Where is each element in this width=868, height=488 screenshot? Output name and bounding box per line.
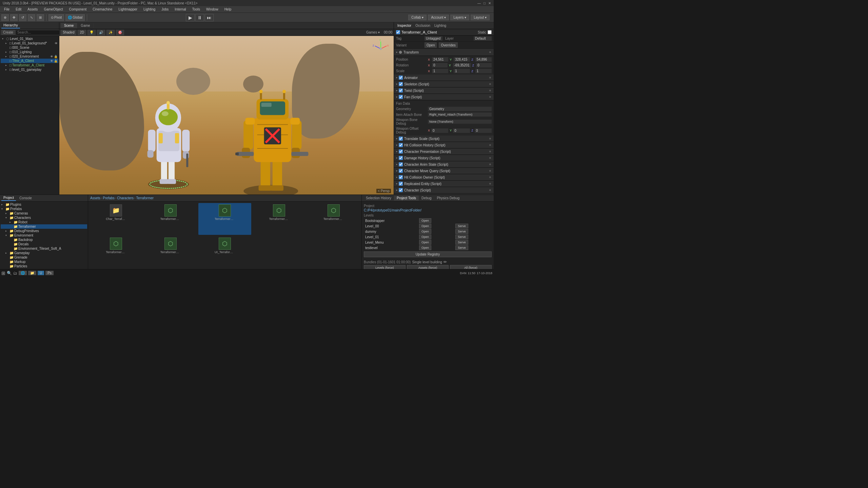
- proj-item-robot[interactable]: ▸ 📁 Robot: [1, 220, 87, 224]
- ragdoll-owner-header[interactable]: ▾ Ragdoll Owner (Script) ≡: [394, 194, 494, 195]
- hit-coll-owner-header[interactable]: ▾ Hit Collision Owner (Script) ≡: [394, 174, 494, 181]
- hierarchy-search[interactable]: [16, 30, 62, 35]
- menu-tools[interactable]: Tools: [190, 7, 203, 12]
- position-x[interactable]: 24,561: [432, 57, 448, 62]
- menu-internal[interactable]: Internal: [172, 7, 189, 12]
- edit-bundles-icon[interactable]: ✏: [443, 260, 447, 264]
- taskbar-chrome[interactable]: 🌐: [19, 271, 27, 275]
- transform-header[interactable]: ▾ ⊕ Transform ≡: [394, 49, 494, 56]
- testlevel-serve-btn[interactable]: Serve: [455, 245, 468, 250]
- menu-component[interactable]: Component: [66, 7, 90, 12]
- console-tab[interactable]: Console: [17, 196, 34, 201]
- hierarchy-create-btn[interactable]: Create: [1, 30, 15, 35]
- twist-header[interactable]: ▾ Twist (Script) ≡: [394, 87, 494, 94]
- eye-icon[interactable]: 👁: [50, 55, 53, 58]
- weapon-bone-val[interactable]: None (Transform): [428, 120, 492, 124]
- hierarchy-item-1[interactable]: ▸ □ Level_01_background* 👁: [1, 41, 58, 45]
- hierarchy-item-3[interactable]: ▸ □ 010_Lighting: [1, 50, 58, 54]
- scene-gizmos-btn[interactable]: 🎯: [116, 30, 124, 35]
- layout-button[interactable]: Layout ▾: [471, 15, 490, 20]
- damage-history-enabled[interactable]: [399, 156, 403, 160]
- char-presentation-header[interactable]: ▾ Character Presentation (Script) ≡: [394, 148, 494, 155]
- assets-force-btn[interactable]: Assets (force): [407, 265, 449, 269]
- toolbar-transform-e[interactable]: ↺: [19, 14, 26, 21]
- file-item-4[interactable]: ⬡ Terraformer_Ragdoll: [307, 203, 360, 235]
- file-item-5[interactable]: ⬡ Terraformer_Ragdoll: [90, 236, 142, 268]
- toolbar-transform-r[interactable]: ⤡: [28, 14, 35, 21]
- breadcrumb-characters[interactable]: Characters: [117, 196, 134, 200]
- twist-enabled[interactable]: [399, 88, 403, 93]
- hierarchy-item-4[interactable]: ▸ □ 020_Environment 👁 🔒: [1, 54, 58, 59]
- character-enabled[interactable]: [399, 188, 403, 192]
- levels-force-btn[interactable]: Levels (force): [364, 265, 406, 269]
- games-dropdown[interactable]: Games ▾: [366, 30, 380, 34]
- levelmenu-serve-btn[interactable]: Serve: [455, 240, 468, 245]
- toolbar-transform-t[interactable]: ⊞: [37, 14, 44, 21]
- open-btn[interactable]: Open: [425, 42, 437, 48]
- occlusion-tab[interactable]: Occlusion: [413, 23, 432, 28]
- rotation-y[interactable]: -69,35201: [453, 63, 471, 67]
- position-z[interactable]: 54,896: [475, 57, 492, 62]
- char-move-query-enabled[interactable]: [399, 169, 403, 173]
- proj-item-particles[interactable]: 📁 Particles: [1, 264, 87, 268]
- layer-value[interactable]: Default: [474, 36, 492, 41]
- close-btn[interactable]: ✕: [488, 1, 491, 5]
- hierarchy-item-0[interactable]: ▾ ⬡ Level_01_Main: [1, 37, 58, 41]
- play-button[interactable]: ▶: [186, 14, 195, 21]
- breadcrumb-prefabs[interactable]: Prefabs: [103, 196, 114, 200]
- 2d-toggle[interactable]: 2D: [78, 30, 86, 35]
- file-item-6[interactable]: ⬡ Terraformer_Server: [144, 236, 197, 268]
- scale-x[interactable]: 1: [432, 69, 448, 73]
- weapon-offset-z[interactable]: 0: [475, 128, 492, 133]
- animator-enabled[interactable]: [399, 76, 403, 80]
- scene-audio-btn[interactable]: 🔊: [97, 30, 105, 35]
- levelmenu-open-btn[interactable]: Open: [419, 240, 431, 245]
- step-button[interactable]: ⏭: [205, 14, 214, 21]
- char-anim-state-header[interactable]: ▾ Character Anim State (Script) ≡: [394, 161, 494, 168]
- skeleton-menu[interactable]: ≡: [489, 82, 492, 86]
- skeleton-enabled[interactable]: [399, 82, 403, 86]
- geometry-val[interactable]: Geometry: [428, 107, 492, 111]
- proj-item-prefabs[interactable]: ▾ 📁 Prefabs: [1, 207, 87, 211]
- scene-viewport[interactable]: X Y Z < Persp: [59, 36, 394, 195]
- replicated-entity-header[interactable]: ▾ Replicated Entity (Script) ≡: [394, 181, 494, 187]
- proj-item-characters[interactable]: ▾ 📁 Characters: [1, 216, 87, 220]
- proj-item-projectiles[interactable]: 📁 ProjectileFiles: [1, 268, 87, 269]
- character-header[interactable]: ▾ Character (Script) ≡: [394, 187, 494, 194]
- start-icon[interactable]: ⊞: [1, 270, 5, 276]
- toolbar-global[interactable]: 🌐 Global: [65, 14, 85, 21]
- eye-icon[interactable]: 👁: [55, 42, 58, 45]
- transform-menu-btn[interactable]: ≡: [489, 50, 492, 54]
- menu-jobs[interactable]: Jobs: [159, 7, 171, 12]
- breadcrumb-terraformer[interactable]: Terraformer: [136, 196, 154, 200]
- account-button[interactable]: Account ▾: [428, 15, 449, 20]
- file-item-7[interactable]: ⬡ UI_TerraformerHealth: [198, 236, 251, 268]
- proj-item-environment[interactable]: ▾ 📁 Environment: [1, 233, 87, 238]
- debug-tab[interactable]: Debug: [419, 196, 434, 201]
- titlebar-controls[interactable]: — □ ✕: [477, 1, 491, 5]
- replicated-entity-enabled[interactable]: [399, 182, 403, 186]
- all-force-btn[interactable]: All (force): [450, 265, 492, 269]
- file-item-0[interactable]: 📁 Char_Terraformer: [90, 203, 142, 235]
- project-tools-tab[interactable]: Project Tools: [394, 196, 419, 201]
- project-tab[interactable]: Project: [1, 195, 16, 201]
- level00-serve-btn[interactable]: Serve: [455, 224, 468, 228]
- toolbar-transform-w[interactable]: ✥: [10, 14, 18, 21]
- bootstrapper-open-btn[interactable]: Open: [419, 218, 431, 223]
- inspector-tab[interactable]: Inspector: [395, 23, 413, 28]
- menu-help[interactable]: Help: [222, 7, 234, 12]
- overrides-btn[interactable]: Overrides: [439, 42, 457, 48]
- eye-icon[interactable]: 👁: [50, 59, 53, 63]
- fan-header[interactable]: ▾ Fan (Script) ≡: [394, 94, 494, 100]
- weapon-offset-y[interactable]: 0: [453, 128, 470, 133]
- dummy-open-btn[interactable]: Open: [419, 229, 431, 234]
- fan-enabled[interactable]: [399, 95, 403, 99]
- game-tab[interactable]: Game: [77, 23, 94, 28]
- toolbar-pivot[interactable]: ⊙ Pivot: [48, 14, 64, 21]
- proj-item-decals[interactable]: 📁 Decals: [1, 242, 87, 246]
- collab-button[interactable]: Collab ▾: [408, 15, 427, 20]
- scene-tab[interactable]: Scene: [61, 23, 77, 28]
- hit-coll-owner-enabled[interactable]: [399, 175, 403, 179]
- scene-lights-btn[interactable]: 💡: [87, 30, 96, 35]
- level01-serve-btn[interactable]: Serve: [455, 235, 468, 239]
